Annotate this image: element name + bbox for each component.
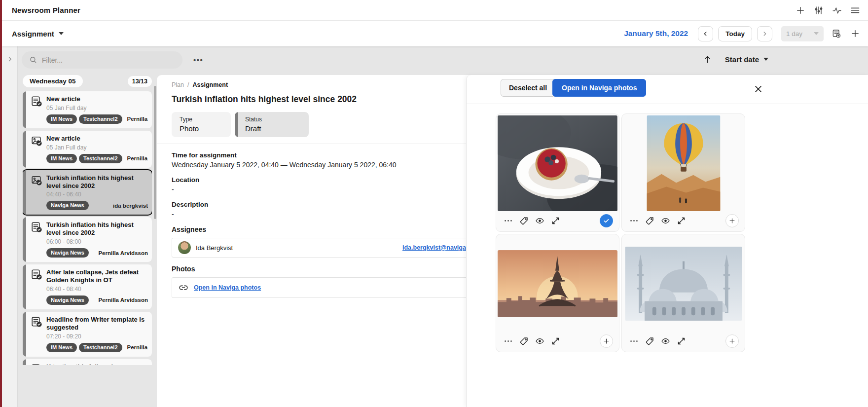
add-to-plan-icon[interactable] [831,28,842,39]
photo-add-button[interactable] [725,334,739,348]
article-assignment-icon [31,269,42,280]
today-button[interactable]: Today [718,26,752,41]
preview-eye-icon[interactable] [535,216,544,225]
assignment-card-title: After late collapse, Jets defeat Golden … [46,268,148,284]
assignee-name: Ida Bergkvist [196,244,233,252]
assignment-card-assignee: Pernilla Arvidsson [124,344,148,350]
status-chip[interactable]: Status Draft [235,112,309,137]
assignment-card-badges: IM NewsTestchannel2Pernilla Arvidsson [46,114,148,124]
photo-grid [496,113,745,352]
day-column: Wednesday 05 13/13 New article 05 Jan Fu… [23,75,152,365]
photo-add-button[interactable] [725,214,739,227]
status-label: Status [245,116,301,123]
chevron-down-icon [814,32,819,35]
assignment-card[interactable]: After late collapse, Jets defeat Golden … [23,264,152,309]
more-options-icon[interactable] [503,216,513,225]
prev-day-button[interactable] [698,26,713,41]
expand-icon[interactable] [676,336,686,346]
assignment-card-time: 05 Jan Full day [46,144,148,151]
range-select[interactable]: 1 day [781,26,824,41]
type-value: Photo [180,124,223,133]
more-options-icon[interactable] [629,216,639,225]
assignment-card[interactable]: K testing this full package 08:00 - 10:0… [23,359,152,365]
status-value: Draft [245,124,301,133]
app-header: Newsroom Planner [2,0,868,21]
assignment-card[interactable]: New article 05 Jan Full day IM NewsTestc… [23,131,152,168]
current-date-label[interactable]: January 5th, 2022 [624,29,688,38]
view-selector-label: Assignment [12,30,54,38]
add-icon[interactable] [795,4,806,16]
next-day-button[interactable] [757,26,772,41]
assignment-card-title: Headline from Writer template is suggest… [46,316,148,332]
channel-badge: Naviga News [46,248,89,258]
channel-badge: Testchannel2 [79,154,122,163]
breadcrumb-current: Assignment [193,81,228,88]
channel-badge: IM News [46,114,77,124]
assignment-card-title: New article [46,95,148,103]
assignment-list: New article 05 Jan Full day IM NewsTestc… [23,91,152,365]
expand-sidebar-icon[interactable] [4,53,16,65]
assignment-card[interactable]: Headline from Writer template is suggest… [23,312,152,357]
tag-icon[interactable] [519,216,529,225]
photo-image [497,235,618,332]
channel-badge: IM News [46,154,77,163]
assignment-card[interactable]: New article 05 Jan Full day IM NewsTestc… [23,91,152,128]
chevron-down-icon [59,32,64,35]
photo-tile[interactable] [621,234,745,352]
assignment-card-badges: Naviga Newsida bergkvist [46,201,148,210]
breadcrumb-plan[interactable]: Plan [172,81,184,88]
sidebar-scrollbar[interactable] [154,86,156,219]
filters-sliders-icon[interactable] [813,4,825,16]
tag-icon[interactable] [645,336,654,346]
filter-more-button[interactable]: ••• [193,56,203,64]
preview-eye-icon[interactable] [660,216,670,225]
menu-icon[interactable] [849,4,861,16]
assignment-card[interactable]: Turkish inflation hits highest level sin… [23,217,152,262]
range-select-value: 1 day [786,30,802,37]
expand-icon[interactable] [676,216,686,225]
filter-input[interactable] [42,56,177,64]
open-naviga-photos-link[interactable]: Open in Naviga photos [194,284,261,291]
photo-assignment-icon [31,175,42,185]
close-icon[interactable] [752,82,764,95]
more-options-icon[interactable] [629,336,639,346]
photo-add-button[interactable] [600,334,613,348]
tag-icon[interactable] [519,336,529,346]
article-assignment-icon [31,316,42,327]
assignment-card-assignee: Pernilla Arvidsson [95,250,148,256]
more-options-icon[interactable] [503,336,513,346]
preview-eye-icon[interactable] [535,336,544,346]
collapse-rail [2,46,18,407]
type-chip[interactable]: Type Photo [172,112,231,137]
open-in-naviga-photos-button[interactable]: Open in Naviga photos [552,79,646,97]
expand-icon[interactable] [550,336,560,346]
article-assignment-icon [31,222,42,232]
search-icon [29,56,37,64]
photo-tile[interactable] [496,234,619,352]
day-header-pill: Wednesday 05 [23,75,83,87]
preview-eye-icon[interactable] [660,336,670,346]
link-icon [179,283,188,293]
photo-assignment-icon [31,135,42,146]
assignment-card-badges: Naviga NewsPernilla Arvidsson [46,248,148,258]
assignment-card-badges: IM NewsTestchannel2Pernilla Arvidsson [46,154,148,163]
article-assignment-icon [31,96,42,107]
assignment-card-assignee: Pernilla Arvidsson [124,155,148,161]
tag-icon[interactable] [645,216,654,225]
view-selector[interactable]: Assignment [12,30,64,38]
create-new-icon[interactable] [849,28,861,39]
photo-image [623,115,744,212]
assignment-card-title: Turkish inflation hits highest level sin… [46,174,148,190]
deselect-all-button[interactable]: Deselect all [501,79,555,97]
photo-selected-check[interactable] [600,214,613,227]
chevron-down-icon[interactable] [763,58,768,61]
assignee-avatar [178,241,191,254]
activity-icon[interactable] [831,4,843,16]
photo-tile[interactable] [621,113,745,232]
photo-tile[interactable] [496,113,619,232]
channel-badge: Naviga News [46,201,89,210]
expand-icon[interactable] [550,216,560,225]
sort-by-label[interactable]: Start date [725,55,759,64]
sort-direction-icon[interactable] [702,53,714,65]
assignment-card[interactable]: Turkish inflation hits highest level sin… [23,170,152,215]
